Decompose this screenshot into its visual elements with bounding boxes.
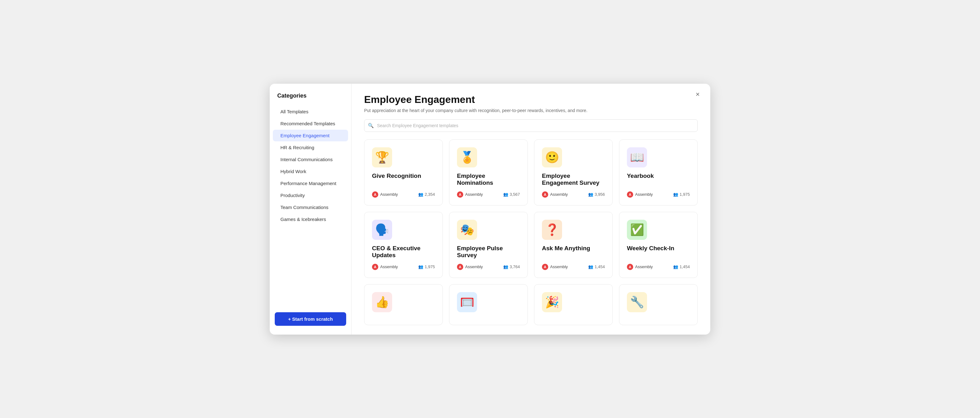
template-card[interactable]: 🏅Employee NominationsAAssembly👥3,567 xyxy=(449,140,528,205)
people-icon: 👥 xyxy=(588,264,593,269)
card-footer: AAssembly👥1,454 xyxy=(627,264,690,270)
sidebar-item-productivity[interactable]: Productivity xyxy=(273,189,348,201)
card-brand: AAssembly xyxy=(457,191,483,198)
card-icon: 🎉 xyxy=(542,292,562,312)
sidebar-item-hybrid-work[interactable]: Hybrid Work xyxy=(273,165,348,177)
card-count: 👥3,567 xyxy=(503,192,520,197)
template-card[interactable]: 🔧 xyxy=(619,284,698,325)
card-count: 👥2,354 xyxy=(418,192,435,197)
assembly-logo-icon: A xyxy=(457,191,463,198)
card-icon: 🏅 xyxy=(457,147,477,167)
template-card[interactable]: 🎭Employee Pulse SurveyAAssembly👥3,764 xyxy=(449,212,528,278)
card-icon: ❓ xyxy=(542,220,562,240)
assembly-logo-icon: A xyxy=(372,191,378,198)
sidebar-item-team-communications[interactable]: Team Communications xyxy=(273,202,348,213)
card-brand: AAssembly xyxy=(627,264,653,270)
brand-name: Assembly xyxy=(550,264,568,269)
card-count: 👥1,454 xyxy=(588,264,605,269)
count-value: 1,975 xyxy=(679,192,690,197)
sidebar-item-recommended-templates[interactable]: Recommended Templates xyxy=(273,118,348,129)
brand-name: Assembly xyxy=(380,192,398,197)
count-value: 3,764 xyxy=(509,264,520,269)
sidebar-item-hr-recruiting[interactable]: HR & Recruiting xyxy=(273,141,348,153)
search-input[interactable] xyxy=(364,119,698,132)
search-icon: 🔍 xyxy=(368,123,374,129)
people-icon: 👥 xyxy=(418,192,423,197)
card-brand: AAssembly xyxy=(542,264,568,270)
brand-name: Assembly xyxy=(635,264,653,269)
assembly-logo-icon: A xyxy=(372,264,378,270)
card-title: Employee Nominations xyxy=(457,173,520,186)
card-count: 👥1,975 xyxy=(418,264,435,269)
brand-name: Assembly xyxy=(635,192,653,197)
assembly-logo-icon: A xyxy=(627,191,633,198)
brand-name: Assembly xyxy=(380,264,398,269)
start-from-scratch-button[interactable]: + Start from scratch xyxy=(275,312,346,326)
card-footer: AAssembly👥1,975 xyxy=(627,191,690,198)
sidebar-item-games-icebreakers[interactable]: Games & Icebreakers xyxy=(273,213,348,225)
card-footer: AAssembly👥1,975 xyxy=(372,264,435,270)
sidebar-item-internal-communications[interactable]: Internal Communications xyxy=(273,154,348,165)
template-card[interactable]: 🏆Give RecognitionAAssembly👥2,354 xyxy=(364,140,443,205)
count-value: 3,956 xyxy=(595,192,605,197)
card-footer: AAssembly👥3,567 xyxy=(457,191,520,198)
assembly-logo-icon: A xyxy=(457,264,463,270)
card-icon: 🥅 xyxy=(457,292,477,312)
people-icon: 👥 xyxy=(503,192,508,197)
assembly-logo-icon: A xyxy=(627,264,633,270)
card-count: 👥3,764 xyxy=(503,264,520,269)
sidebar-nav: All TemplatesRecommended TemplatesEmploy… xyxy=(270,105,351,307)
main-content: Employee Engagement Put appreciation at … xyxy=(352,84,710,335)
people-icon: 👥 xyxy=(418,264,423,269)
sidebar-item-employee-engagement[interactable]: Employee Engagement xyxy=(273,130,348,141)
template-card[interactable]: 📖YearbookAAssembly👥1,975 xyxy=(619,140,698,205)
assembly-logo-icon: A xyxy=(542,191,548,198)
template-card[interactable]: 🥅 xyxy=(449,284,528,325)
card-title: Employee Pulse Survey xyxy=(457,245,520,259)
count-value: 2,354 xyxy=(425,192,435,197)
card-brand: AAssembly xyxy=(542,191,568,198)
page-title: Employee Engagement xyxy=(364,94,698,105)
template-card[interactable]: 🎉 xyxy=(534,284,613,325)
card-brand: AAssembly xyxy=(372,264,398,270)
card-icon: 🗣️ xyxy=(372,220,392,240)
card-brand: AAssembly xyxy=(372,191,398,198)
card-footer: AAssembly👥2,354 xyxy=(372,191,435,198)
brand-name: Assembly xyxy=(465,192,483,197)
people-icon: 👥 xyxy=(673,264,678,269)
template-card[interactable]: ❓Ask Me AnythingAAssembly👥1,454 xyxy=(534,212,613,278)
people-icon: 👥 xyxy=(673,192,678,197)
template-card[interactable]: 🙂Employee Engagement SurveyAAssembly👥3,9… xyxy=(534,140,613,205)
card-title: Give Recognition xyxy=(372,173,435,186)
main-header: Employee Engagement Put appreciation at … xyxy=(352,84,710,119)
sidebar: Categories All TemplatesRecommended Temp… xyxy=(270,84,352,335)
brand-name: Assembly xyxy=(465,264,483,269)
card-title: Employee Engagement Survey xyxy=(542,173,605,186)
card-count: 👥3,956 xyxy=(588,192,605,197)
template-card[interactable]: ✅Weekly Check-InAAssembly👥1,454 xyxy=(619,212,698,278)
template-card[interactable]: 🗣️CEO & Executive UpdatesAAssembly👥1,975 xyxy=(364,212,443,278)
people-icon: 👥 xyxy=(588,192,593,197)
people-icon: 👥 xyxy=(503,264,508,269)
sidebar-footer: + Start from scratch xyxy=(270,307,351,328)
sidebar-item-performance-management[interactable]: Performance Management xyxy=(273,178,348,189)
cards-grid: 🏆Give RecognitionAAssembly👥2,354🏅Employe… xyxy=(364,140,698,325)
card-footer: AAssembly👥3,764 xyxy=(457,264,520,270)
close-button[interactable]: × xyxy=(693,89,703,100)
card-icon: 📖 xyxy=(627,147,647,167)
count-value: 1,975 xyxy=(425,264,435,269)
card-brand: AAssembly xyxy=(627,191,653,198)
sidebar-item-all-templates[interactable]: All Templates xyxy=(273,106,348,118)
templates-grid: 🏆Give RecognitionAAssembly👥2,354🏅Employe… xyxy=(352,140,710,335)
page-subtitle: Put appreciation at the heart of your co… xyxy=(364,108,698,113)
template-card[interactable]: 👍 xyxy=(364,284,443,325)
card-title: Yearbook xyxy=(627,173,690,186)
card-footer: AAssembly👥1,454 xyxy=(542,264,605,270)
search-bar: 🔍 xyxy=(364,119,698,132)
card-icon: 🙂 xyxy=(542,147,562,167)
card-icon: 🎭 xyxy=(457,220,477,240)
modal: × Categories All TemplatesRecommended Te… xyxy=(270,84,710,335)
card-footer: AAssembly👥3,956 xyxy=(542,191,605,198)
card-icon: ✅ xyxy=(627,220,647,240)
card-icon: 🏆 xyxy=(372,147,392,167)
